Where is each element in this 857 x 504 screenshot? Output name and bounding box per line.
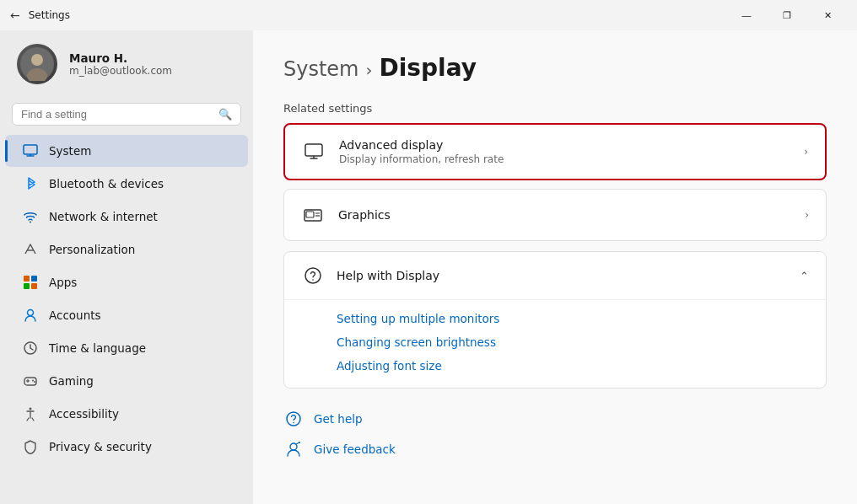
system-icon	[22, 142, 39, 159]
maximize-button[interactable]: ❐	[768, 2, 806, 29]
graphics-chevron: ›	[805, 209, 809, 221]
sidebar-item-network[interactable]: Network & internet	[5, 201, 248, 233]
sidebar-item-apps[interactable]: Apps	[5, 266, 248, 298]
sidebar-item-accounts[interactable]: Accounts	[5, 299, 248, 331]
give-feedback-row[interactable]: Give feedback	[283, 436, 827, 463]
graphics-title: Graphics	[338, 208, 791, 222]
svg-rect-6	[24, 276, 30, 281]
minimize-button[interactable]: —	[727, 2, 766, 29]
sidebar-item-label: Gaming	[49, 374, 94, 388]
titlebar: ← Settings — ❐ ✕	[0, 0, 857, 30]
svg-point-1	[31, 54, 43, 66]
sidebar-item-label: Bluetooth & devices	[49, 177, 164, 190]
content-area: System › Display Related settings Advanc…	[253, 30, 857, 504]
sidebar-item-label: Time & language	[49, 341, 146, 355]
help-link-fontsize[interactable]: Adjusting font size	[337, 356, 809, 376]
sidebar-item-time[interactable]: Time & language	[5, 332, 248, 364]
personalization-icon	[22, 241, 39, 258]
svg-point-25	[287, 412, 300, 426]
sidebar-item-bluetooth[interactable]: Bluetooth & devices	[5, 168, 248, 200]
user-name: Mauro H.	[69, 51, 172, 65]
time-icon	[22, 340, 39, 357]
help-header[interactable]: Help with Display ⌃	[284, 252, 826, 300]
page-header: System › Display	[283, 54, 827, 82]
help-chevron-icon: ⌃	[800, 270, 809, 282]
svg-rect-20	[306, 212, 314, 217]
graphics-icon	[301, 203, 325, 227]
bottom-links: Get help Give feedback	[283, 397, 827, 463]
get-help-row[interactable]: Get help	[283, 405, 827, 432]
sidebar-item-label: System	[49, 144, 91, 158]
sidebar-item-label: Privacy & security	[49, 440, 152, 453]
user-email: m_lab@outlook.com	[69, 65, 172, 77]
sidebar-item-label: Accounts	[49, 308, 101, 322]
titlebar-controls: — ❐ ✕	[727, 2, 847, 29]
advanced-display-text: Advanced display Display information, re…	[339, 138, 790, 165]
user-info: Mauro H. m_lab@outlook.com	[69, 51, 172, 77]
help-title: Help with Display	[337, 269, 788, 282]
give-feedback-label: Give feedback	[314, 442, 396, 456]
get-help-label: Get help	[314, 412, 363, 426]
network-icon	[22, 208, 39, 225]
svg-point-29	[299, 442, 300, 443]
sidebar-item-label: Accessibility	[49, 407, 119, 421]
help-icon	[301, 264, 325, 287]
advanced-display-chevron: ›	[804, 146, 808, 158]
bluetooth-icon	[22, 175, 39, 192]
advanced-display-row[interactable]: Advanced display Display information, re…	[285, 125, 825, 179]
svg-rect-8	[24, 283, 30, 289]
titlebar-left: ← Settings	[10, 8, 70, 22]
graphics-text: Graphics	[338, 208, 791, 222]
svg-point-15	[32, 380, 34, 382]
sidebar-item-privacy[interactable]: Privacy & security	[5, 431, 248, 463]
nav-list: System Bluetooth & devices	[0, 134, 253, 496]
svg-point-10	[28, 310, 34, 316]
sidebar-item-system[interactable]: System	[5, 135, 248, 167]
svg-rect-7	[31, 276, 37, 281]
advanced-display-subtitle: Display information, refresh rate	[339, 153, 790, 165]
apps-icon	[22, 274, 39, 291]
svg-point-27	[290, 443, 297, 450]
svg-point-4	[30, 222, 31, 223]
avatar	[17, 44, 57, 84]
advanced-display-title: Advanced display	[339, 138, 790, 152]
svg-point-24	[312, 279, 314, 281]
give-feedback-icon	[283, 439, 304, 459]
advanced-display-card: Advanced display Display information, re…	[283, 123, 827, 180]
svg-point-17	[30, 408, 32, 410]
main-window: Mauro H. m_lab@outlook.com 🔍 System	[0, 30, 857, 504]
privacy-icon	[22, 438, 39, 455]
svg-point-16	[34, 381, 35, 383]
user-profile[interactable]: Mauro H. m_lab@outlook.com	[0, 30, 253, 98]
sidebar-item-gaming[interactable]: Gaming	[5, 365, 248, 397]
sidebar-item-label: Personalization	[49, 243, 135, 256]
sidebar-item-label: Network & internet	[49, 210, 158, 223]
related-settings-label: Related settings	[283, 102, 827, 115]
breadcrumb-parent[interactable]: System	[283, 57, 359, 81]
svg-rect-3	[24, 145, 37, 154]
svg-rect-18	[305, 144, 322, 156]
close-button[interactable]: ✕	[808, 2, 847, 29]
back-icon[interactable]: ←	[10, 8, 20, 22]
help-link-brightness[interactable]: Changing screen brightness	[337, 332, 809, 352]
breadcrumb-current: Display	[380, 54, 477, 82]
breadcrumb-separator: ›	[366, 60, 373, 80]
accounts-icon	[22, 307, 39, 324]
svg-rect-9	[31, 283, 37, 289]
sidebar-item-personalization[interactable]: Personalization	[5, 233, 248, 265]
titlebar-title: Settings	[29, 9, 70, 21]
search-box[interactable]: 🔍	[12, 103, 241, 126]
help-section: Help with Display ⌃ Setting up multiple …	[283, 251, 827, 389]
sidebar-item-label: Apps	[49, 276, 77, 289]
search-input[interactable]	[21, 108, 212, 121]
graphics-row[interactable]: Graphics ›	[284, 190, 826, 240]
gaming-icon	[22, 373, 39, 389]
help-links: Setting up multiple monitors Changing sc…	[284, 300, 826, 388]
sidebar-item-accessibility[interactable]: Accessibility	[5, 398, 248, 430]
accessibility-icon	[22, 405, 39, 422]
sidebar: Mauro H. m_lab@outlook.com 🔍 System	[0, 30, 253, 504]
display-icon	[302, 140, 326, 164]
graphics-card: Graphics ›	[283, 189, 827, 241]
svg-point-23	[305, 268, 321, 283]
help-link-monitors[interactable]: Setting up multiple monitors	[337, 308, 809, 329]
